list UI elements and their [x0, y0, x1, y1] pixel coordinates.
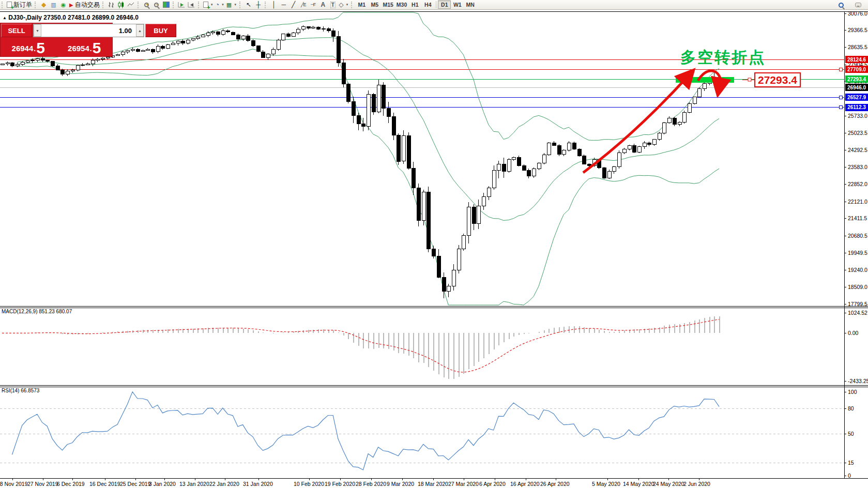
lot-increase-button[interactable]: ▲: [136, 24, 144, 37]
sell-button[interactable]: SELL: [1, 24, 32, 37]
price-tick-label: 20680.5: [848, 233, 867, 239]
auto-trading-button[interactable]: ▶自动交易: [68, 1, 101, 9]
macd-scale-label: -2433.25: [848, 378, 868, 384]
rsi-scale-label: 100: [848, 389, 857, 395]
line-chart-icon[interactable]: [126, 1, 136, 9]
date-tick-label: 26 Apr 2020: [540, 481, 570, 487]
buy-price-int: 26954: [68, 42, 89, 55]
candle-chart-icon[interactable]: [116, 1, 126, 9]
line-handle[interactable]: [839, 106, 842, 109]
templates-icon[interactable]: ▦▼: [225, 1, 238, 9]
price-tick-label: 28635.5: [848, 44, 867, 50]
timeframe-mn-button[interactable]: MN: [464, 1, 477, 9]
price-tick-label: 22852.0: [848, 181, 867, 187]
price-tick-label: 21411.5: [848, 215, 867, 221]
price-tag-handle[interactable]: [748, 78, 751, 81]
timeframe-d1-button[interactable]: D1: [438, 1, 451, 9]
buy-price[interactable]: 26954 . 5: [57, 38, 112, 56]
price-tick-label: 24292.5: [848, 147, 867, 153]
text-icon[interactable]: A: [318, 1, 328, 9]
quote-panel-top-row: SELL ▼ ▲ BUY: [1, 24, 112, 37]
date-tick-label: 6 Apr 2020: [479, 481, 506, 487]
vertical-line-icon[interactable]: │: [269, 1, 279, 9]
toolbar-grip: [173, 2, 175, 8]
signals-icon[interactable]: ◉: [58, 1, 68, 9]
lot-size-input[interactable]: [41, 24, 136, 37]
toolbar-grip: [198, 2, 200, 8]
sell-price[interactable]: 26944 . 5: [1, 38, 56, 56]
macd-scale-label: 0.00: [848, 330, 859, 336]
horizontal-line-icon[interactable]: ─: [279, 1, 288, 9]
new-order-button[interactable]: +新订单: [6, 1, 33, 9]
rsi-scale-label: 0: [848, 472, 851, 479]
cursor-icon[interactable]: ↖: [243, 1, 253, 9]
date-tick-label: 5 May 2020: [592, 481, 620, 487]
price-badge-label: 26946.0: [847, 85, 866, 90]
toolbar-grip: [35, 2, 37, 8]
price-badge-label: 27709.0: [847, 67, 866, 72]
price-tick-label: 25733.0: [848, 113, 867, 119]
fibonacci-icon[interactable]: ┄F: [308, 1, 318, 9]
timeframe-m5-button[interactable]: M5: [368, 1, 381, 9]
rsi-line: [12, 392, 719, 470]
price-tag-label[interactable]: 27293.4: [754, 72, 801, 87]
date-tick-label: 24 May 2020: [653, 481, 684, 487]
lot-decrease-button[interactable]: ▼: [34, 24, 41, 37]
chart-title: ▲ DJ30-,Daily 27350.0 27481.0 26899.0 26…: [3, 14, 139, 21]
timeframe-m30-button[interactable]: M30: [395, 1, 408, 9]
date-tick-label: 31 Jan 2020: [243, 481, 273, 487]
bar-chart-icon[interactable]: [106, 1, 116, 9]
toolbar-grip: [2, 2, 4, 8]
buy-button[interactable]: BUY: [145, 24, 176, 37]
rsi-indicator-label: RSI(14) 66.8573: [2, 388, 39, 393]
toolbar-buttons: +新订单◆▥◉▶自动交易+−+▼◔▼▦▼↖┼│─╱╱E┄FAT◇▼M1M5M15…: [0, 1, 477, 9]
zoom-out-icon[interactable]: −: [151, 1, 161, 9]
date-tick-label: 2 Jun 2020: [683, 481, 710, 487]
price-tick-label: 19949.5: [848, 250, 867, 256]
data-window-icon[interactable]: ▥: [49, 1, 58, 9]
toolbar: +新订单◆▥◉▶自动交易+−+▼◔▼▦▼↖┼│─╱╱E┄FAT◇▼M1M5M15…: [0, 0, 868, 10]
trend-line-icon[interactable]: ╱: [288, 1, 298, 9]
arrows-icon[interactable]: ◇▼: [338, 1, 349, 9]
rsi-scale-label: 50: [848, 431, 854, 437]
price-tick-label: 22121.0: [848, 199, 867, 205]
zoom-in-icon[interactable]: +: [142, 1, 151, 9]
symbol-marker-icon: ▲: [3, 16, 7, 20]
timeframe-m15-button[interactable]: M15: [381, 1, 394, 9]
market-watch-icon[interactable]: ◆: [39, 1, 49, 9]
rsi-scale-label: 80: [848, 405, 854, 411]
auto-scroll-icon[interactable]: [177, 1, 187, 9]
tile-windows-icon[interactable]: [161, 1, 171, 9]
text-label-icon[interactable]: T: [328, 1, 338, 9]
date-tick-label: 13 Jan 2020: [179, 481, 209, 487]
line-handle[interactable]: [839, 96, 842, 99]
date-tick-label: 19 Feb 2020: [325, 481, 355, 487]
turning-point-annotation[interactable]: 多空转折点: [680, 47, 766, 68]
indicators-icon[interactable]: +▼: [202, 1, 215, 9]
macd-indicator-label: MACD(12,26,9) 851.23 680.07: [2, 309, 72, 314]
timeframe-w1-button[interactable]: W1: [451, 1, 464, 9]
date-axis: 18 Nov 201927 Nov 20196 Dec 201916 Dec 2…: [0, 478, 710, 487]
price-tick-label: 30076.0: [848, 10, 867, 17]
chart-shift-icon[interactable]: [187, 1, 196, 9]
crosshair-icon[interactable]: ┼: [253, 1, 263, 9]
quote-panel-price-row: 26944 . 5 26954 . 5: [1, 38, 112, 56]
symbol-period: DJ30-,Daily: [8, 14, 42, 21]
line-handle[interactable]: [839, 68, 842, 71]
chart-area[interactable]: 30076.029366.528635.527904.527195.026464…: [0, 0, 868, 488]
price-tick-label: 29366.5: [848, 27, 867, 33]
toolbar-separator: [436, 1, 436, 8]
date-tick-label: 25 Dec 2019: [120, 481, 151, 487]
timeframe-h4-button[interactable]: H4: [421, 1, 434, 9]
toolbar-grip: [351, 2, 353, 8]
timeframe-m1-button[interactable]: M1: [355, 1, 368, 9]
equidistant-channel-icon[interactable]: ╱E: [298, 1, 308, 9]
timeframe-h1-button[interactable]: H1: [408, 1, 421, 9]
periods-icon[interactable]: ◔▼: [215, 1, 225, 9]
search-icon[interactable]: [836, 1, 846, 9]
price-tick-label: 17799.5: [848, 301, 867, 307]
toolbar-right: [836, 1, 863, 9]
macd-scale-label: 1024.52: [848, 310, 867, 316]
price-badge-label: 26527.9: [847, 95, 866, 100]
chat-icon[interactable]: [853, 1, 863, 9]
